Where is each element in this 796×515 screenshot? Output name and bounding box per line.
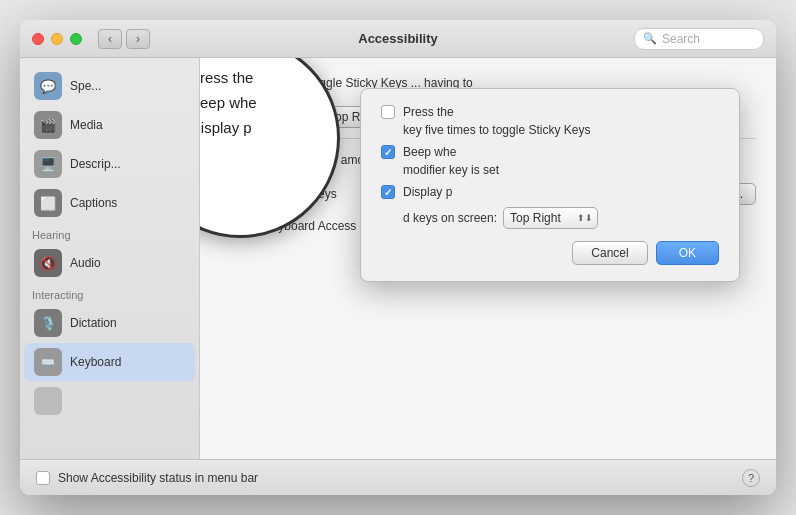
hearing-section-label: Hearing [20, 223, 199, 243]
sidebar-item-label: Spe... [70, 79, 101, 93]
sidebar-item-descriptions[interactable]: 🖥️ Descrip... [24, 145, 195, 183]
search-box[interactable]: 🔍 Search [634, 28, 764, 50]
modal-row2-desc: modifier key is set [381, 163, 719, 177]
modal-dropdown-label: d keys on screen: [403, 211, 497, 225]
sticky-keys-modal: Press the key five times to toggle Stick… [360, 88, 740, 282]
magnify-label-3: Display p [200, 119, 252, 136]
extra-icon [34, 387, 62, 415]
speech-icon: 💬 [34, 72, 62, 100]
modal-row-1: Press the [381, 105, 719, 119]
magnify-label-2: Beep whe [200, 94, 257, 111]
content-area: 💬 Spe... 🎬 Media 🖥️ Descrip... ⬜ Caption… [20, 58, 776, 459]
back-button[interactable]: ‹ [98, 29, 122, 49]
search-icon: 🔍 [643, 32, 657, 45]
sidebar-item-label: Audio [70, 256, 101, 270]
modal-checkbox-1[interactable] [381, 105, 395, 119]
modal-checkbox-3[interactable] [381, 185, 395, 199]
magnify-item-2: Beep whe [200, 94, 317, 111]
modal-checkbox-2[interactable] [381, 145, 395, 159]
descriptions-icon: 🖥️ [34, 150, 62, 178]
modal-row-3: Display p [381, 185, 719, 199]
modal-row1-desc: key five times to toggle Sticky Keys [381, 123, 719, 137]
main-window: ‹ › Accessibility 🔍 Search 💬 Spe... 🎬 Me… [20, 20, 776, 495]
modal-dropdown-arrow-icon: ⬆⬇ [577, 213, 593, 223]
sidebar-item-label: Captions [70, 196, 117, 210]
modal-row-2: Beep whe [381, 145, 719, 159]
titlebar: ‹ › Accessibility 🔍 Search [20, 20, 776, 58]
sidebar-item-media[interactable]: 🎬 Media [24, 106, 195, 144]
dictation-icon: 🎙️ [34, 309, 62, 337]
accessibility-status-label: Show Accessibility status in menu bar [58, 471, 258, 485]
window-title: Accessibility [358, 31, 438, 46]
main-panel: key five times to toggle Sticky Keys ...… [200, 58, 776, 459]
modal-overlay: Press the Beep whe Display p [200, 58, 776, 459]
modal-position-dropdown[interactable]: Top Right ⬆⬇ [503, 207, 598, 229]
media-icon: 🎬 [34, 111, 62, 139]
modal-row2-suffix: modifier key is set [403, 163, 499, 177]
magnify-item-1: Press the [200, 69, 317, 86]
modal-buttons: Cancel OK [381, 241, 719, 265]
sidebar-item-captions[interactable]: ⬜ Captions [24, 184, 195, 222]
maximize-button[interactable] [70, 33, 82, 45]
audio-icon: 🔇 [34, 249, 62, 277]
footer: Show Accessibility status in menu bar ? [20, 459, 776, 495]
ok-button[interactable]: OK [656, 241, 719, 265]
modal-row3-label: Display p [403, 185, 452, 199]
sidebar-item-speech[interactable]: 💬 Spe... [24, 67, 195, 105]
interacting-section-label: Interacting [20, 283, 199, 303]
forward-button[interactable]: › [126, 29, 150, 49]
cancel-button[interactable]: Cancel [572, 241, 647, 265]
modal-dropdown-row: d keys on screen: Top Right ⬆⬇ [381, 207, 719, 229]
sidebar-item-audio[interactable]: 🔇 Audio [24, 244, 195, 282]
keyboard-icon: ⌨️ [34, 348, 62, 376]
sidebar-item-label: Dictation [70, 316, 117, 330]
sidebar-item-label: Keyboard [70, 355, 121, 369]
magnify-label-1: Press the [200, 69, 253, 86]
sidebar-item-keyboard[interactable]: ⌨️ Keyboard [24, 343, 195, 381]
magnify-circle: Press the Beep whe Display p [200, 58, 340, 238]
navigation-buttons: ‹ › [98, 29, 150, 49]
minimize-button[interactable] [51, 33, 63, 45]
sidebar-item-label: Media [70, 118, 103, 132]
sidebar-item-label: Descrip... [70, 157, 121, 171]
modal-row1-label: Press the [403, 105, 454, 119]
modal-dropdown-value: Top Right [510, 211, 561, 225]
sidebar-item-dictation[interactable]: 🎙️ Dictation [24, 304, 195, 342]
traffic-lights [32, 33, 82, 45]
modal-row1-suffix: key five times to toggle Sticky Keys [403, 123, 590, 137]
sidebar-item-extra[interactable] [24, 382, 195, 420]
help-button[interactable]: ? [742, 469, 760, 487]
sidebar: 💬 Spe... 🎬 Media 🖥️ Descrip... ⬜ Caption… [20, 58, 200, 459]
close-button[interactable] [32, 33, 44, 45]
captions-icon: ⬜ [34, 189, 62, 217]
search-placeholder: Search [662, 32, 700, 46]
magnify-item-3: Display p [200, 119, 317, 136]
accessibility-status-checkbox[interactable] [36, 471, 50, 485]
modal-row2-label: Beep whe [403, 145, 456, 159]
